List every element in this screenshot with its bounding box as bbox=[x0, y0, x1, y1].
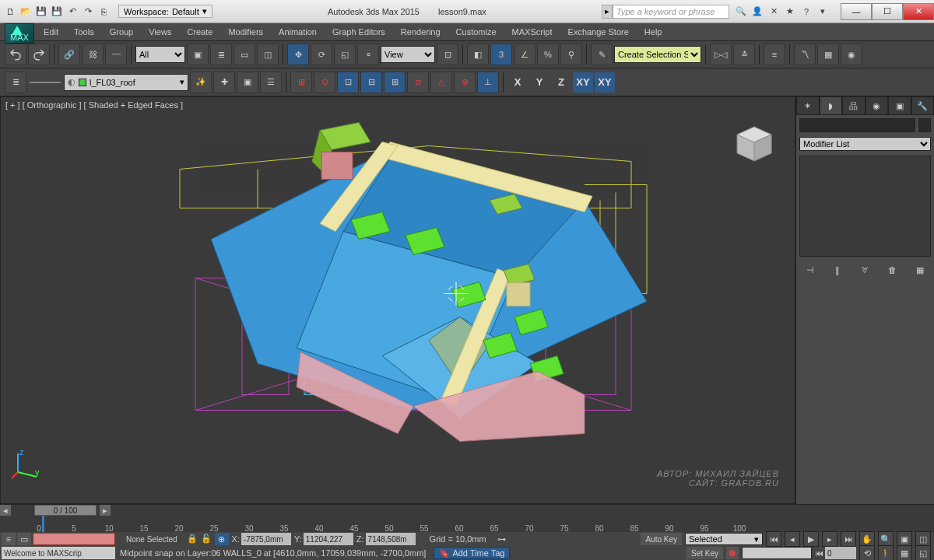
maximize-button[interactable]: ☐ bbox=[872, 3, 903, 20]
schematic-view-icon[interactable]: ▦ bbox=[817, 44, 839, 65]
move-icon[interactable]: ✥ bbox=[287, 44, 309, 65]
play-icon[interactable]: ▶ bbox=[803, 531, 819, 547]
snap-edge-icon[interactable]: ⧄ bbox=[407, 72, 429, 93]
script-input[interactable] bbox=[33, 533, 115, 545]
modify-tab-icon[interactable]: ◗ bbox=[820, 96, 843, 115]
help-dropdown-icon[interactable]: ▾ bbox=[816, 5, 830, 19]
layer-select-icon[interactable]: ▣ bbox=[237, 72, 258, 93]
redo-button[interactable] bbox=[28, 44, 50, 65]
link-icon[interactable]: 🔗 bbox=[58, 44, 80, 65]
spinner-snap-icon[interactable]: ⚲ bbox=[560, 44, 582, 65]
set-key-button[interactable]: Set Key bbox=[686, 547, 723, 559]
key-filters-button[interactable]: Key Filters... bbox=[742, 547, 812, 559]
next-frame-icon[interactable]: ▸ bbox=[822, 531, 837, 547]
percent-snap-icon[interactable]: % bbox=[537, 44, 559, 65]
goto-end-icon[interactable]: ⏭ bbox=[841, 531, 856, 547]
window-crossing-icon[interactable]: ◫ bbox=[257, 44, 279, 65]
prev-frame-icon[interactable]: ◂ bbox=[785, 531, 800, 547]
undo-icon[interactable]: ↶ bbox=[65, 5, 79, 19]
key-icon[interactable]: ⬢ bbox=[726, 547, 739, 559]
object-name-input[interactable] bbox=[799, 118, 915, 132]
timeline-prev-button[interactable]: ◂ bbox=[0, 505, 11, 516]
ref-coord-system[interactable]: View bbox=[381, 46, 435, 63]
snap-face-icon[interactable]: △ bbox=[430, 72, 452, 93]
snap-midpoint-icon[interactable]: ⊞ bbox=[384, 72, 406, 93]
select-by-name-icon[interactable]: ≣ bbox=[210, 44, 232, 65]
menu-animation[interactable]: Animation bbox=[271, 23, 325, 40]
saveas-icon[interactable]: 💾 bbox=[50, 5, 64, 19]
mirror-icon[interactable]: ▷◁ bbox=[710, 44, 732, 65]
hierarchy-tab-icon[interactable]: 品 bbox=[842, 96, 866, 115]
utilities-tab-icon[interactable]: 🔧 bbox=[911, 96, 935, 115]
material-editor-icon[interactable]: ◉ bbox=[841, 44, 862, 65]
display-tab-icon[interactable]: ▣ bbox=[888, 96, 911, 115]
close-button[interactable]: ✕ bbox=[903, 3, 934, 20]
transform-type-icon[interactable]: ⊕ bbox=[215, 533, 229, 545]
snap-vertex-icon[interactable]: ⊡ bbox=[337, 72, 359, 93]
selection-filter[interactable]: All bbox=[135, 46, 185, 63]
nav-orbit-icon[interactable]: ⟲ bbox=[859, 545, 875, 560]
pin-stack-icon[interactable]: ⊣ bbox=[802, 263, 818, 277]
project-icon[interactable]: ⎘ bbox=[97, 5, 111, 19]
menu-edit[interactable]: Edit bbox=[36, 23, 66, 40]
new-icon[interactable]: 🗋 bbox=[3, 5, 17, 19]
align-icon[interactable]: ≛ bbox=[733, 44, 755, 65]
make-unique-icon[interactable]: ⩔ bbox=[858, 263, 873, 277]
exchange-icon[interactable]: ✕ bbox=[767, 5, 781, 19]
axis-y-button[interactable]: Y bbox=[529, 72, 550, 93]
lock-selection-icon[interactable]: 🔒 bbox=[187, 534, 198, 544]
motion-tab-icon[interactable]: ◉ bbox=[866, 96, 889, 115]
rotate-icon[interactable]: ⟳ bbox=[311, 44, 332, 65]
curve-editor-icon[interactable]: 〽 bbox=[794, 44, 816, 65]
frame-prev-icon[interactable]: ⏮ bbox=[815, 548, 823, 558]
snap-grid-pt-icon[interactable]: ⊞ bbox=[290, 72, 312, 93]
menu-help[interactable]: Help bbox=[637, 23, 670, 40]
layer-props-icon[interactable]: ☰ bbox=[260, 72, 282, 93]
remove-modifier-icon[interactable]: 🗑 bbox=[885, 263, 901, 277]
menu-grapheditors[interactable]: Graph Editors bbox=[325, 23, 393, 40]
select-object-icon[interactable]: ▣ bbox=[187, 44, 209, 65]
axis-z-button[interactable]: Z bbox=[551, 72, 571, 93]
time-slider-handle[interactable]: 0 / 100 bbox=[34, 505, 97, 516]
signin-icon[interactable]: 👤 bbox=[750, 5, 764, 19]
unlink-icon[interactable]: ⛓ bbox=[82, 44, 104, 65]
app-logo[interactable]: MAX bbox=[5, 23, 34, 44]
viewcube[interactable] bbox=[731, 121, 778, 167]
object-color-swatch[interactable] bbox=[918, 118, 931, 132]
search-input[interactable]: Type a keyword or phrase bbox=[613, 5, 729, 19]
snap-center-icon[interactable]: ⊕ bbox=[454, 72, 476, 93]
viewport[interactable]: [ + ] [ Orthographic ] [ Shaded + Edged … bbox=[0, 96, 795, 504]
open-icon[interactable]: 📂 bbox=[19, 5, 33, 19]
timeline-marker[interactable] bbox=[42, 516, 44, 533]
menu-exchangestore[interactable]: Exchange Store bbox=[560, 23, 637, 40]
axis-xy-button[interactable]: XY bbox=[573, 72, 593, 93]
minimize-button[interactable]: — bbox=[841, 3, 872, 20]
layer-explorer-icon[interactable]: ≣ bbox=[5, 72, 26, 93]
configure-sets-icon[interactable]: ▦ bbox=[912, 263, 928, 277]
modifier-stack[interactable] bbox=[799, 156, 931, 257]
timeline-next-button[interactable]: ▸ bbox=[100, 505, 111, 516]
menu-group[interactable]: Group bbox=[102, 23, 142, 40]
timeline-ruler[interactable]: 0510152025303540455055606570758085909510… bbox=[0, 516, 934, 533]
show-end-result-icon[interactable]: ‖ bbox=[830, 263, 845, 277]
axis-x-button[interactable]: X bbox=[507, 72, 528, 93]
nav-zoom-ext-icon[interactable]: ▣ bbox=[897, 531, 912, 547]
favorites-icon[interactable]: ★ bbox=[783, 5, 797, 19]
nav-pan-icon[interactable]: ✋ bbox=[859, 531, 875, 547]
layer-manager-icon[interactable]: ≡ bbox=[764, 44, 785, 65]
menu-modifiers[interactable]: Modifiers bbox=[220, 23, 271, 40]
menu-customize[interactable]: Customize bbox=[448, 23, 504, 40]
save-icon[interactable]: 💾 bbox=[34, 5, 48, 19]
menu-tools[interactable]: Tools bbox=[66, 23, 102, 40]
help-icon[interactable]: ? bbox=[799, 5, 813, 19]
nav-zoom-icon[interactable]: 🔍 bbox=[878, 531, 894, 547]
goto-start-icon[interactable]: ⏮ bbox=[766, 531, 781, 547]
snap-pivot-icon[interactable]: ⊙ bbox=[314, 72, 335, 93]
menu-maxscript[interactable]: MAXScript bbox=[504, 23, 560, 40]
named-sel-edit-icon[interactable]: ✎ bbox=[591, 44, 613, 65]
infocenter-icon[interactable]: 🔍 bbox=[734, 5, 748, 19]
snap-toggle-icon[interactable]: 3 bbox=[490, 44, 512, 65]
named-selection-set[interactable]: Create Selection Se bbox=[614, 46, 701, 63]
create-tab-icon[interactable]: ✶ bbox=[796, 96, 820, 115]
workspace-selector[interactable]: Workspace: Default ▾ bbox=[118, 5, 212, 18]
